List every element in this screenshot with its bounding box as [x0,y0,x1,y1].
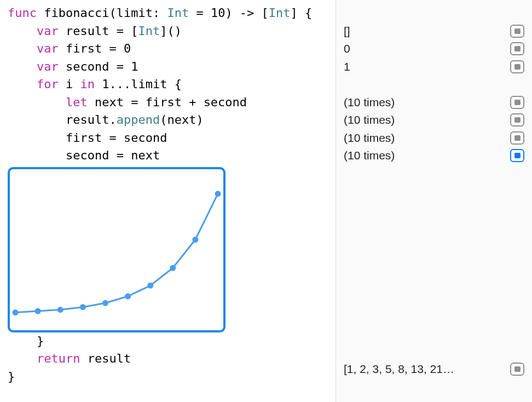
inline-result-chart[interactable] [8,167,225,332]
result-value: 1 [344,60,510,73]
result-value: [] [344,25,510,38]
svg-point-9 [215,191,221,197]
result-value: 0 [344,42,510,55]
type-int: Int [269,6,291,20]
result-row: [] [344,22,524,41]
method-append: append [117,113,160,127]
keyword-func: func [8,6,37,20]
quicklook-button[interactable] [510,131,524,145]
chart-points [13,191,221,315]
result-row: (10 times) [344,129,524,147]
result-row: (10 times) [344,94,524,112]
quicklook-button[interactable] [510,363,524,376]
result-value: (10 times) [344,149,510,162]
result-row: (10 times) [344,111,524,129]
quicklook-icon [514,366,521,372]
svg-point-3 [80,304,86,310]
type-int: Int [167,6,189,20]
keyword-in: in [80,77,95,91]
keyword-for: for [8,77,59,91]
svg-point-2 [57,307,63,313]
quicklook-icon [514,135,521,141]
quicklook-icon [514,64,521,70]
result-value: [1, 2, 3, 5, 8, 13, 21… [344,363,454,376]
result-row-bottom: [1, 2, 3, 5, 8, 13, 21… [344,363,524,376]
quicklook-icon [514,153,521,158]
svg-point-8 [192,237,198,243]
quicklook-button[interactable] [510,42,524,55]
result-row: 1 [344,58,524,76]
quicklook-icon [514,28,521,34]
keyword-let: let [8,95,88,109]
keyword-var: var [8,60,59,73]
svg-point-6 [147,282,153,288]
source-code[interactable]: func fibonacci(limit: Int = 10) -> [Int]… [8,4,336,165]
playground-container: func fibonacci(limit: Int = 10) -> [Int]… [0,0,532,402]
svg-point-4 [102,300,108,306]
chart-svg [10,169,223,330]
result-value: (10 times) [344,131,510,145]
svg-point-1 [35,308,41,314]
result-gap [344,76,524,94]
source-code-after-chart[interactable]: } return result } [8,332,336,386]
quicklook-button[interactable] [510,113,524,127]
quicklook-button[interactable] [510,96,524,109]
result-value: (10 times) [344,96,510,109]
quicklook-button[interactable] [510,60,524,73]
svg-point-7 [170,265,176,271]
keyword-return: return [8,352,80,365]
quicklook-icon [514,46,521,51]
svg-point-0 [13,309,19,315]
keyword-var: var [8,24,59,38]
result-value: (10 times) [344,113,510,127]
result-gap [344,4,524,22]
code-editor-panel[interactable]: func fibonacci(limit: Int = 10) -> [Int]… [0,0,336,402]
chart-line [15,193,218,312]
quicklook-button[interactable] [510,25,524,38]
quicklook-icon [514,100,521,105]
keyword-var: var [8,42,59,55]
results-sidebar: [] 0 1 (10 times) (10 times) (10 times) … [336,0,532,402]
result-row: 0 [344,40,524,58]
quicklook-icon [514,117,521,123]
type-int: Int [138,24,160,38]
quicklook-button-active[interactable] [510,149,524,162]
svg-point-5 [125,293,131,299]
result-row: (10 times) [344,147,524,165]
